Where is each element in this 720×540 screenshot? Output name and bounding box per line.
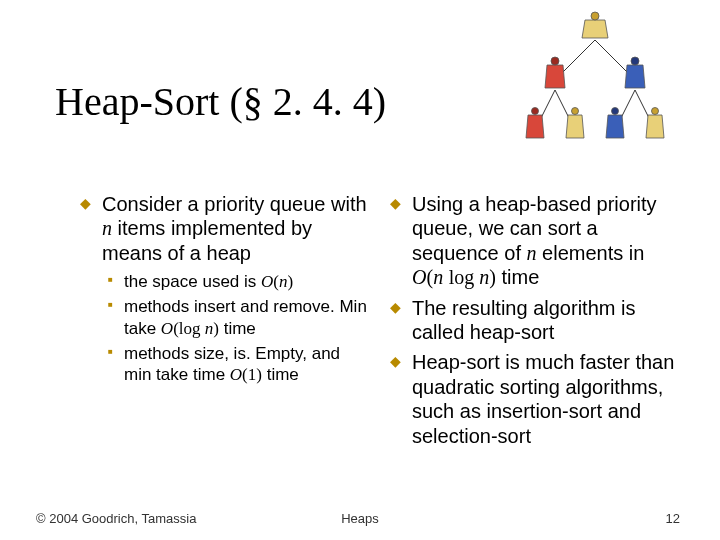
heap-illustration bbox=[510, 10, 680, 160]
svg-line-2 bbox=[535, 90, 555, 130]
subbullet-size-empty-min: methods size, is. Empty, and min take ti… bbox=[80, 343, 370, 386]
slide-title: Heap-Sort (§ 2. 4. 4) bbox=[55, 78, 386, 125]
math-O: O bbox=[230, 365, 242, 384]
svg-line-4 bbox=[615, 90, 635, 130]
bullet-faster: Heap-sort is much faster than quadratic … bbox=[390, 350, 680, 448]
svg-line-1 bbox=[595, 40, 635, 80]
svg-line-0 bbox=[555, 40, 595, 80]
svg-point-6 bbox=[591, 12, 599, 20]
subbullet-insert-remove: methods insert and remove. Min take O(lo… bbox=[80, 296, 370, 339]
svg-line-3 bbox=[555, 90, 575, 130]
left-column: Consider a priority queue with n items i… bbox=[80, 192, 370, 454]
math-n: n bbox=[479, 266, 489, 288]
svg-line-5 bbox=[635, 90, 655, 130]
math-one: 1 bbox=[248, 365, 257, 384]
text: items implemented by means of a heap bbox=[102, 217, 312, 263]
math-n: n bbox=[433, 266, 443, 288]
svg-point-9 bbox=[532, 108, 539, 115]
math-O: O bbox=[412, 266, 426, 288]
text: The resulting algorithm is called heap-s… bbox=[412, 297, 635, 343]
text: elements in bbox=[537, 242, 645, 264]
math-n: n bbox=[527, 242, 537, 264]
paren: ) bbox=[489, 266, 496, 288]
math-log: log bbox=[449, 266, 480, 288]
text: time bbox=[496, 266, 539, 288]
text: Heap-sort is much faster than quadratic … bbox=[412, 351, 674, 446]
svg-point-8 bbox=[631, 57, 639, 65]
text: time bbox=[219, 319, 256, 338]
text: the space used is bbox=[124, 272, 261, 291]
slide: Heap-Sort (§ 2. 4. 4) Consider a priorit… bbox=[0, 0, 720, 540]
slide-body: Consider a priority queue with n items i… bbox=[80, 192, 680, 454]
math-n: n bbox=[102, 217, 112, 239]
paren: ) bbox=[287, 272, 293, 291]
footer-page-number: 12 bbox=[666, 511, 680, 526]
math-log: log bbox=[179, 319, 205, 338]
svg-point-10 bbox=[572, 108, 579, 115]
svg-point-7 bbox=[551, 57, 559, 65]
text: Consider a priority queue with bbox=[102, 193, 367, 215]
svg-point-12 bbox=[652, 108, 659, 115]
footer-title: Heaps bbox=[0, 511, 720, 526]
bullet-consider: Consider a priority queue with n items i… bbox=[80, 192, 370, 265]
subbullet-space: the space used is O(n) bbox=[80, 271, 370, 292]
math-O: O bbox=[261, 272, 273, 291]
text: time bbox=[262, 365, 299, 384]
math-O: O bbox=[161, 319, 173, 338]
svg-point-11 bbox=[612, 108, 619, 115]
bullet-resulting-algorithm: The resulting algorithm is called heap-s… bbox=[390, 296, 680, 345]
right-column: Using a heap-based priority queue, we ca… bbox=[390, 192, 680, 454]
bullet-using-heap: Using a heap-based priority queue, we ca… bbox=[390, 192, 680, 290]
